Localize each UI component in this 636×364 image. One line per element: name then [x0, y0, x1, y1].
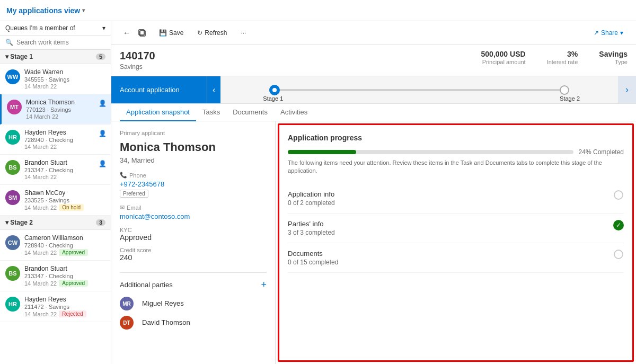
stage-1-label: Stage 1 [10, 53, 33, 60]
interest-field: 3% Interest rate [547, 50, 578, 65]
share-button[interactable]: ↗ Share ▾ [589, 27, 628, 39]
email-row: ✉ Email monicat@contoso.com [120, 204, 267, 220]
stage-bar: Account application ‹ Stage 1 Stage 2 [111, 76, 636, 104]
party-name: David Thomson [142, 318, 190, 326]
item-name: Wade Warren [24, 68, 105, 76]
item-info: Brandon Stuart 213347 · Checking 14 Marc… [24, 159, 105, 180]
stage-2-count: 3 [96, 219, 105, 226]
progress-track-container: Stage 1 Stage 2 [273, 89, 565, 91]
primary-applicant-name: Monica Thomson [120, 140, 267, 154]
search-icon: 🔍 [5, 39, 13, 46]
list-item[interactable]: WW Wade Warren 345555 · Savings 14 March… [0, 64, 111, 94]
credit-label: Credit score [120, 247, 267, 253]
stage-1-header[interactable]: ▾ Stage 1 5 [0, 50, 111, 64]
item-info: Brandon Stuart 213347 · Checking 14 Marc… [24, 265, 105, 287]
principal-label: Principal amount [481, 59, 526, 65]
savings-type-label: Type [599, 59, 628, 65]
item-date: 14 March 22 [24, 174, 105, 180]
progress-item-documents: Documents 0 of 15 completed [288, 243, 624, 273]
additional-parties-header: Additional parties + [120, 279, 267, 290]
item-date: 14 March 22 [26, 113, 105, 120]
list-item[interactable]: MT Monica Thomson 770123 · Savings 14 Ma… [0, 94, 111, 125]
principal-value: 500,000 USD [481, 50, 526, 58]
list-item[interactable]: BS Brandon Stuart 213347 · Checking 14 M… [0, 155, 111, 185]
kyc-value: Approved [120, 233, 267, 242]
progress-bar-track [288, 150, 573, 154]
email-value[interactable]: monicat@contoso.com [120, 212, 267, 220]
stage1-label: Stage 1 [263, 95, 283, 102]
status-badge: Approved [59, 280, 88, 287]
progress-item-count: 3 of 3 completed [288, 229, 607, 236]
app-title[interactable]: My applications view ▾ [6, 6, 85, 15]
application-progress-panel: Application progress 24% Completed The f… [278, 123, 634, 362]
principal-field: 500,000 USD Principal amount [481, 50, 526, 65]
status-empty-icon [614, 250, 623, 259]
progress-item-status [613, 250, 624, 259]
list-item[interactable]: CW Cameron Williamson 728940 · Checking … [0, 230, 111, 261]
list-item[interactable]: HR Hayden Reyes 211472 · Savings 14 Marc… [0, 291, 111, 322]
list-item[interactable]: SM Shawn McCoy 233525 · Savings 14 March… [0, 185, 111, 216]
stage-2-header[interactable]: ▾ Stage 2 3 [0, 216, 111, 230]
stage2-node [560, 85, 569, 95]
top-bar: My applications view ▾ [0, 0, 636, 21]
additional-parties-section: Additional parties + MR Miguel Reyes DT … [120, 272, 267, 330]
stage-collapse-button[interactable]: ‹ [207, 76, 220, 103]
queue-selector[interactable]: Queues I'm a member of ▾ [0, 21, 111, 35]
progress-title: Application progress [288, 134, 624, 142]
progress-track [273, 89, 565, 91]
tab-activities[interactable]: Activities [274, 104, 314, 121]
stage-2-label: Stage 2 [10, 219, 33, 226]
item-name: Shawn McCoy [24, 189, 105, 197]
assign-icon: 👤 [99, 100, 107, 107]
list-item[interactable]: BS Brandon Stuart 213347 · Checking 14 M… [0, 261, 111, 291]
list-item[interactable]: HR Hayden Reyes 728940 · Checking 14 Mar… [0, 125, 111, 155]
status-badge: Approved [59, 249, 88, 256]
detail-content: Primary applicant Monica Thomson 34, Mar… [111, 121, 636, 364]
progress-item-name: Documents [288, 250, 607, 258]
queue-label: Queues I'm a member of [5, 24, 75, 32]
sidebar-search-bar[interactable]: 🔍 [0, 35, 111, 50]
email-icon: ✉ [120, 204, 125, 211]
refresh-button[interactable]: ↻ Refresh [193, 27, 231, 39]
save-button[interactable]: 💾 Save [155, 27, 188, 39]
progress-item-count: 0 of 15 completed [288, 259, 607, 266]
phone-badge: Preferred [120, 190, 148, 198]
stage-next-button[interactable]: › [618, 76, 636, 103]
progress-item-name: Application info [288, 190, 607, 198]
item-date: 14 March 22 On hold [24, 204, 105, 211]
tab-tasks[interactable]: Tasks [196, 104, 226, 121]
avatar: MR [120, 297, 134, 310]
search-input[interactable] [16, 39, 105, 46]
share-chevron-icon: ▾ [620, 29, 623, 37]
title-chevron-icon: ▾ [82, 7, 85, 13]
avatar: DT [120, 316, 134, 330]
avatar: CW [5, 235, 20, 250]
item-name: Hayden Reyes [24, 296, 105, 303]
phone-value[interactable]: +972-2345678 [120, 180, 267, 188]
sidebar: Queues I'm a member of ▾ 🔍 ▾ Stage 1 5 W… [0, 21, 111, 364]
tab-documents[interactable]: Documents [226, 104, 274, 121]
avatar: BS [5, 160, 20, 175]
stage-1-collapse-icon: ▾ [5, 53, 8, 60]
avatar: HR [5, 297, 20, 312]
back-button[interactable]: ← [120, 26, 134, 39]
progress-percent-label: 24% Completed [579, 148, 624, 156]
progress-item-status [613, 190, 624, 200]
tab-application-snapshot[interactable]: Application snapshot [120, 104, 196, 121]
item-info: Hayden Reyes 728940 · Checking 14 March … [24, 129, 105, 150]
forward-button[interactable] [135, 26, 149, 39]
add-party-button[interactable]: + [261, 279, 267, 290]
account-application-button[interactable]: Account application [111, 76, 207, 103]
content-area: ← 💾 Save ↻ Refresh ··· [111, 21, 636, 364]
progress-item-name: Parties' info [288, 220, 607, 228]
item-name: Monica Thomson [26, 99, 105, 106]
more-button[interactable]: ··· [236, 27, 250, 39]
savings-type-field: Savings Type [599, 50, 628, 65]
item-date: 14 March 22 Rejected [24, 310, 105, 317]
stage-1-count: 5 [96, 54, 105, 60]
item-info: Shawn McCoy 233525 · Savings 14 March 22… [24, 189, 105, 211]
interest-label: Interest rate [547, 59, 578, 65]
credit-score-value: 240 [120, 253, 267, 262]
avatar: BS [5, 266, 20, 281]
progress-item-count: 0 of 2 completed [288, 199, 607, 207]
